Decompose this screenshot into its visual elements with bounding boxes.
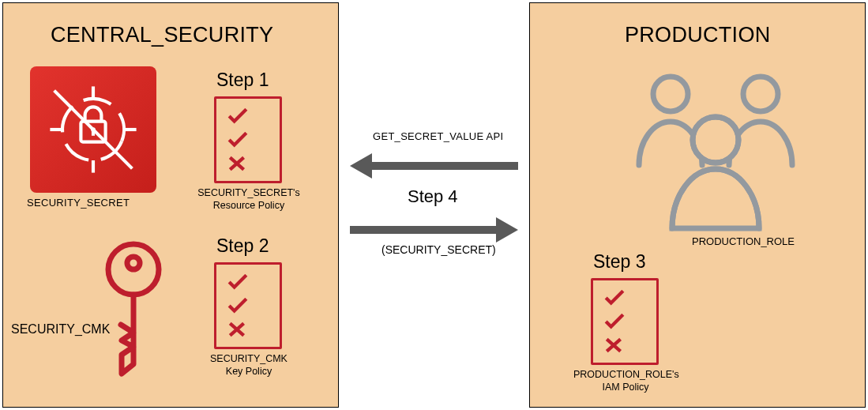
svg-point-12	[743, 77, 778, 111]
step-2-caption-line1: SECURITY_CMK	[210, 353, 287, 364]
check-icon	[227, 108, 248, 124]
production-panel: PRODUCTION PRODUCTION_ROLE Step 3	[529, 2, 866, 408]
step-1-label: Step 1	[216, 70, 269, 91]
step-2-checklist-icon	[214, 262, 282, 349]
production-role-label: PRODUCTION_ROLE	[692, 235, 795, 247]
step-1-caption-line2: Resource Policy	[213, 200, 284, 211]
arrow-left-icon	[350, 153, 518, 179]
check-icon	[227, 298, 248, 314]
x-icon	[604, 337, 625, 353]
svg-point-11	[653, 77, 688, 111]
x-icon	[227, 156, 248, 171]
central-security-panel: CENTRAL_SECURITY SECURITY_SECRET Step 1	[2, 2, 339, 408]
step-2-caption-line2: Key Policy	[226, 366, 272, 377]
arrow-right-icon	[350, 217, 518, 243]
api-call-label: GET_SECRET_VALUE API	[373, 130, 503, 142]
step-3-checklist-icon	[591, 278, 659, 365]
check-icon	[227, 274, 248, 290]
secrets-manager-icon	[30, 66, 156, 193]
step-3-caption: PRODUCTION_ROLE's IAM Policy	[573, 369, 678, 393]
central-security-title: CENTRAL_SECURITY	[51, 23, 273, 47]
x-icon	[227, 322, 248, 337]
production-title: PRODUCTION	[625, 23, 771, 47]
step-3-caption-line1: PRODUCTION_ROLE's	[573, 369, 679, 380]
check-icon	[227, 132, 248, 148]
check-icon	[604, 314, 625, 329]
step-1-caption: SECURITY_SECRET's Resource Policy	[197, 187, 301, 212]
step-2-caption: SECURITY_CMK Key Policy	[205, 353, 293, 378]
step-3-label: Step 3	[593, 251, 646, 273]
step-2-label: Step 2	[216, 235, 269, 257]
check-icon	[604, 290, 625, 306]
security-secret-label: SECURITY_SECRET	[27, 197, 130, 209]
step-4-label: Step 4	[408, 186, 458, 207]
step-3-caption-line2: IAM Policy	[602, 382, 648, 393]
step-1-caption-line1: SECURITY_SECRET's	[197, 187, 300, 198]
step-1-checklist-icon	[214, 96, 282, 183]
security-cmk-label: SECURITY_CMK	[11, 322, 110, 337]
key-icon	[98, 239, 169, 382]
return-value-label: (SECURITY_SECRET)	[381, 243, 496, 256]
svg-point-10	[127, 257, 140, 269]
iam-role-users-icon	[617, 62, 814, 239]
